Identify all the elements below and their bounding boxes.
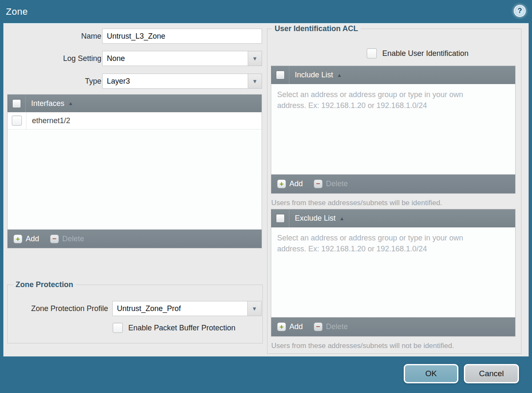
user-identification-section: User Identification ACL Enable User Iden…: [267, 29, 521, 354]
sort-ascending-icon: ▲: [339, 216, 344, 222]
interfaces-column-header: Interfaces: [31, 99, 64, 108]
interface-row-checkbox[interactable]: [12, 116, 22, 126]
include-list-toolbar: + Add − Delete: [271, 174, 515, 193]
add-button[interactable]: + Add: [13, 235, 39, 243]
include-list-caption: Users from these addresses/subnets will …: [271, 199, 442, 207]
zone-protection-profile-label: Zone Protection Profile: [13, 301, 108, 316]
type-dropdown-button[interactable]: ▼: [248, 74, 262, 89]
minus-icon: −: [50, 235, 59, 243]
plus-icon: +: [277, 179, 286, 188]
dialog-titlebar: Zone ?: [0, 0, 532, 23]
chevron-down-icon: ▼: [252, 78, 258, 84]
plus-icon: +: [13, 235, 22, 243]
help-icon[interactable]: ?: [514, 5, 526, 17]
exclude-delete-button[interactable]: − Delete: [314, 322, 348, 331]
delete-button[interactable]: − Delete: [50, 235, 84, 243]
include-list-placeholder: Select an address or address group or ty…: [271, 84, 498, 116]
zone-protection-section: Zone Protection Zone Protection Profile …: [7, 285, 263, 343]
dialog-title: Zone: [6, 0, 28, 23]
type-select: Layer3 ▼: [102, 74, 262, 89]
chevron-down-icon: ▼: [252, 306, 257, 312]
user-identification-legend: User Identification ACL: [272, 24, 361, 33]
enable-user-identification-checkbox[interactable]: [367, 48, 377, 58]
zone-protection-profile-value[interactable]: Untrust_Zone_Prof: [112, 301, 248, 316]
chevron-down-icon: ▼: [252, 55, 258, 62]
column-divider: [26, 112, 26, 129]
include-list-column-header: Include List: [295, 71, 333, 79]
include-list-body: Select an address or address group or ty…: [271, 84, 515, 174]
interfaces-table-body: ethernet1/2: [8, 112, 262, 229]
zone-protection-profile-dropdown-button[interactable]: ▼: [248, 301, 262, 316]
exclude-list-column-header: Exclude List: [295, 214, 336, 223]
ok-button[interactable]: OK: [404, 364, 458, 383]
zone-protection-profile-select: Untrust_Zone_Prof ▼: [112, 301, 262, 316]
include-select-all-checkbox[interactable]: [276, 71, 285, 79]
include-add-button[interactable]: + Add: [277, 179, 303, 188]
zone-protection-legend: Zone Protection: [13, 280, 76, 289]
packet-buffer-protection-label: Enable Packet Buffer Protection: [128, 322, 236, 333]
log-setting-dropdown-button[interactable]: ▼: [248, 51, 262, 66]
exclude-list-body: Select an address or address group or ty…: [271, 227, 515, 317]
log-setting-label: Log Setting: [12, 51, 101, 66]
minus-icon: −: [314, 322, 323, 331]
sort-ascending-icon: ▲: [337, 72, 342, 78]
name-label: Name: [12, 29, 101, 44]
log-setting-value[interactable]: None: [102, 51, 248, 66]
type-label: Type: [12, 74, 101, 89]
include-list-table: Include List ▲ Select an address or addr…: [271, 66, 516, 194]
type-value[interactable]: Layer3: [102, 74, 248, 89]
exclude-list-toolbar: + Add − Delete: [271, 317, 515, 336]
interface-name: ethernet1/2: [32, 116, 70, 125]
table-row[interactable]: ethernet1/2: [8, 112, 262, 129]
interfaces-table: Interfaces ▲ ethernet1/2 + Add − Delete: [7, 94, 262, 248]
include-delete-button[interactable]: − Delete: [314, 179, 348, 188]
exclude-add-button[interactable]: + Add: [277, 322, 303, 331]
packet-buffer-protection-checkbox[interactable]: [113, 323, 123, 333]
exclude-list-header[interactable]: Exclude List ▲: [271, 209, 515, 227]
exclude-list-placeholder: Select an address or address group or ty…: [271, 227, 498, 259]
exclude-list-caption: Users from these addresses/subnets will …: [271, 342, 454, 350]
cancel-button[interactable]: Cancel: [464, 364, 519, 383]
interfaces-table-header[interactable]: Interfaces ▲: [8, 95, 262, 112]
name-input[interactable]: [102, 29, 262, 44]
minus-icon: −: [314, 179, 323, 188]
interfaces-toolbar: + Add − Delete: [8, 229, 262, 248]
sort-ascending-icon: ▲: [68, 100, 73, 106]
exclude-select-all-checkbox[interactable]: [276, 214, 285, 223]
exclude-list-table: Exclude List ▲ Select an address or addr…: [271, 209, 516, 337]
plus-icon: +: [277, 322, 286, 331]
log-setting-select: None ▼: [102, 51, 262, 66]
interfaces-select-all-checkbox[interactable]: [12, 99, 21, 108]
enable-user-identification-label: Enable User Identification: [382, 48, 468, 59]
dialog-body: Name Log Setting None ▼ Type Layer3 ▼ In…: [3, 23, 529, 356]
include-list-header[interactable]: Include List ▲: [271, 66, 515, 84]
help-glyph: ?: [518, 7, 522, 15]
